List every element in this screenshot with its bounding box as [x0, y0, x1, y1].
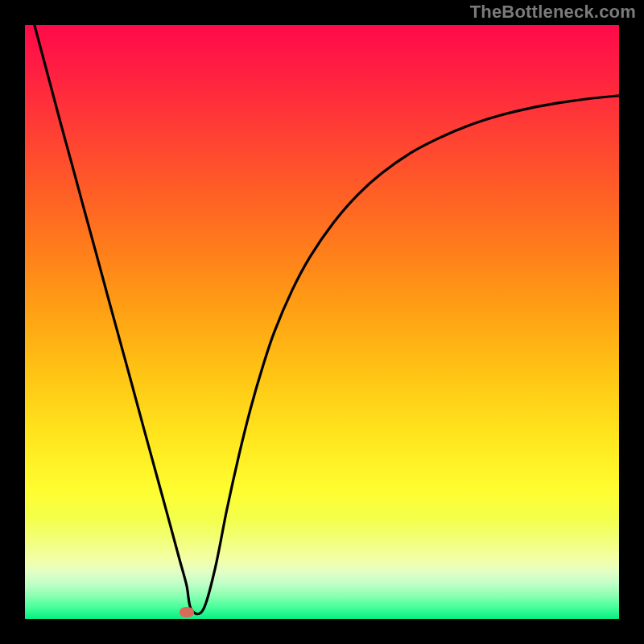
- bottleneck-marker: [180, 607, 194, 617]
- curve-svg: [25, 25, 619, 619]
- plot-area: [25, 25, 619, 619]
- bottleneck-curve: [25, 25, 619, 614]
- watermark-text: TheBottleneck.com: [470, 2, 636, 23]
- chart-frame: TheBottleneck.com: [0, 0, 644, 644]
